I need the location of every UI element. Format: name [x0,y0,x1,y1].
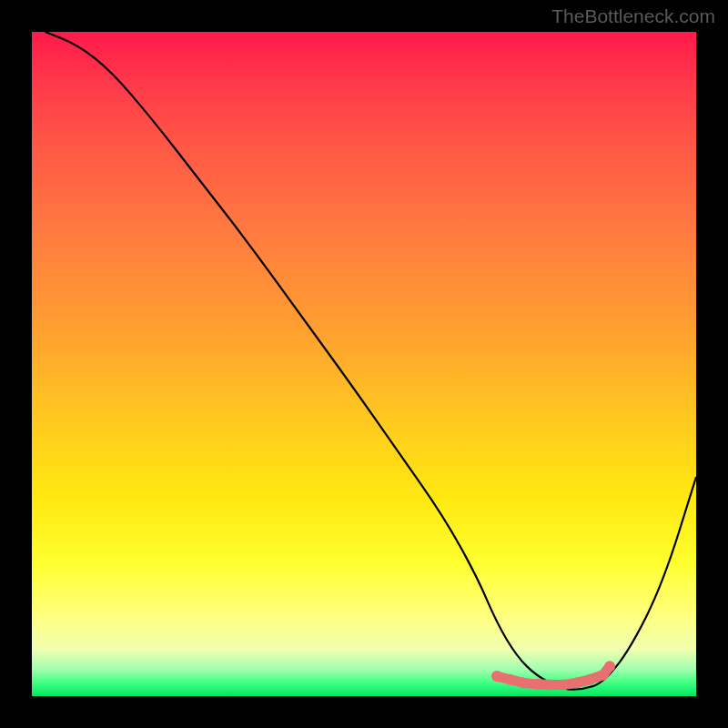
curve-line [46,32,696,690]
marker-dot [558,680,569,691]
marker-dot [584,674,595,685]
marker-dot [544,680,555,691]
marker-dot [604,661,615,672]
marker-dot [505,674,516,685]
marker-dot [491,671,502,682]
watermark-text: TheBottleneck.com [551,5,715,27]
chart-svg [32,32,696,696]
marker-dot [531,679,542,690]
marker-dot [598,670,609,681]
plot-area [32,32,696,696]
marker-dot [518,677,529,688]
marker-dot [571,677,582,688]
marker-group [491,661,615,690]
